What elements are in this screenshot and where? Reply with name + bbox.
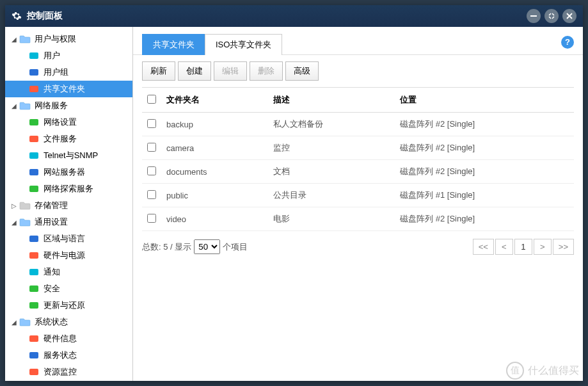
tree-item[interactable]: 用户: [5, 47, 132, 64]
table-row[interactable]: camera 监控 磁盘阵列 #2 [Single]: [142, 136, 574, 160]
gear-icon: [28, 234, 40, 244]
tree-item[interactable]: 硬件信息: [5, 330, 132, 347]
tree-group[interactable]: ▷ 存储管理: [5, 197, 132, 214]
row-checkbox[interactable]: [147, 214, 156, 223]
table-row[interactable]: video 电影 磁盘阵列 #2 [Single]: [142, 207, 574, 231]
tree-item[interactable]: 网站服务器: [5, 164, 132, 181]
tree-item[interactable]: 通知: [5, 264, 132, 280]
tree-group[interactable]: ◢ 网络服务: [5, 97, 132, 114]
folder-icon: [19, 34, 31, 44]
row-checkbox[interactable]: [147, 143, 156, 152]
svg-rect-9: [29, 236, 38, 242]
tabs: 共享文件夹ISO共享文件夹 ?: [133, 27, 583, 55]
pager-current[interactable]: 1: [514, 239, 532, 255]
tree-item-label: 区域与语言: [44, 233, 85, 245]
cell-desc: 公共目录: [268, 184, 395, 207]
svcstat-icon: [28, 350, 40, 360]
cell-name: video: [161, 207, 268, 231]
tree-item[interactable]: 网络设置: [5, 114, 132, 131]
tree-item-label: 服务状态: [44, 350, 77, 361]
row-checkbox[interactable]: [147, 190, 156, 199]
page-size-select[interactable]: 50: [194, 239, 220, 254]
tree-item[interactable]: 网络探索服务: [5, 181, 132, 197]
tree-item-label: 用户: [44, 50, 60, 61]
users-icon: [28, 67, 40, 77]
minimize-button[interactable]: [527, 9, 541, 23]
svg-rect-1: [29, 52, 38, 59]
tab[interactable]: ISO共享文件夹: [205, 34, 282, 55]
tree-item[interactable]: 硬件与电源: [5, 247, 132, 264]
pager-last[interactable]: >>: [553, 239, 574, 255]
tree-item[interactable]: 更新与还原: [5, 297, 132, 314]
svg-rect-10: [29, 252, 38, 259]
caret-right-icon: ▷: [12, 202, 18, 209]
col-location[interactable]: 位置: [395, 88, 574, 113]
edit-button[interactable]: 编辑: [214, 61, 247, 81]
tree-group[interactable]: ◢ 系统状态: [5, 314, 132, 330]
globe-icon: [28, 117, 40, 127]
svg-rect-5: [29, 136, 38, 142]
sidebar: ◢ 用户与权限 用户 用户组 共享文件夹◢ 网络服务 网络设置 文件服务 Tel…: [5, 27, 133, 381]
caret-down-icon: ◢: [12, 36, 18, 43]
row-checkbox[interactable]: [147, 119, 156, 128]
tree-item-label: 硬件与电源: [44, 250, 85, 261]
table-footer: 总数: 5 / 显示 50 个项目 << < 1 > >>: [133, 231, 583, 262]
tree-item-label: 用户组: [44, 67, 68, 78]
pager-next[interactable]: >: [534, 239, 552, 255]
col-name[interactable]: 文件夹名: [161, 88, 268, 113]
hwinfo-icon: [28, 334, 40, 344]
window-title: 控制面板: [27, 10, 63, 22]
row-checkbox[interactable]: [147, 166, 156, 175]
create-button[interactable]: 创建: [178, 61, 211, 81]
folder-icon: [19, 200, 31, 211]
fileserv-icon: [28, 134, 40, 144]
tree-group-label: 系统状态: [35, 316, 68, 328]
tree-item-label: 网站服务器: [44, 166, 85, 178]
cell-desc: 监控: [268, 136, 395, 160]
pager-prev[interactable]: <: [495, 239, 513, 255]
col-desc[interactable]: 描述: [268, 88, 395, 113]
battery-icon: [28, 250, 40, 261]
tree-item[interactable]: 区域与语言: [5, 230, 132, 247]
tree-item-label: 资源监控: [44, 366, 77, 378]
cell-desc: 文档: [268, 160, 395, 184]
tree-item[interactable]: 共享文件夹: [5, 81, 132, 97]
svg-rect-6: [29, 152, 38, 159]
tree-item[interactable]: 服务状态: [5, 347, 132, 364]
tree-item[interactable]: 用户组: [5, 64, 132, 81]
svg-rect-13: [29, 302, 38, 309]
caret-down-icon: ◢: [12, 102, 18, 109]
select-all-checkbox[interactable]: [147, 95, 156, 104]
monitor-icon: [28, 84, 40, 94]
refresh-button[interactable]: 刷新: [142, 61, 175, 81]
tree-item[interactable]: Telnet与SNMP: [5, 147, 132, 164]
tree-item-label: 网络探索服务: [44, 183, 93, 195]
tree-group[interactable]: ◢ 通用设置: [5, 214, 132, 230]
pager-first[interactable]: <<: [473, 239, 494, 255]
cell-location: 磁盘阵列 #2 [Single]: [395, 207, 574, 231]
user-icon: [28, 51, 40, 61]
delete-button[interactable]: 删除: [250, 61, 283, 81]
table-row[interactable]: public 公共目录 磁盘阵列 #1 [Single]: [142, 184, 574, 207]
total-label: 总数: 5 / 显示: [142, 241, 191, 253]
cell-location: 磁盘阵列 #2 [Single]: [395, 160, 574, 184]
toolbar: 刷新 创建 编辑 删除 高级: [133, 55, 583, 87]
tree-item-label: 共享文件夹: [44, 83, 85, 95]
tree-item[interactable]: 安全: [5, 280, 132, 297]
tree-item[interactable]: 资源监控: [5, 364, 132, 380]
help-icon[interactable]: ?: [561, 36, 574, 49]
table-row[interactable]: documents 文档 磁盘阵列 #2 [Single]: [142, 160, 574, 184]
close-button[interactable]: [562, 9, 576, 23]
table-row[interactable]: backup 私人文档备份 磁盘阵列 #2 [Single]: [142, 113, 574, 136]
tree-item[interactable]: 文件服务: [5, 131, 132, 147]
tree-group[interactable]: ◢ 用户与权限: [5, 31, 132, 47]
svg-rect-2: [29, 69, 38, 76]
svg-rect-3: [29, 86, 38, 92]
chat-icon: [28, 267, 40, 277]
tree-item-label: 通知: [44, 266, 60, 278]
titlebar[interactable]: 控制面板: [5, 5, 583, 27]
advanced-button[interactable]: 高级: [285, 61, 319, 81]
maximize-button[interactable]: [544, 9, 559, 23]
cell-location: 磁盘阵列 #2 [Single]: [395, 113, 574, 136]
tab[interactable]: 共享文件夹: [142, 34, 205, 55]
